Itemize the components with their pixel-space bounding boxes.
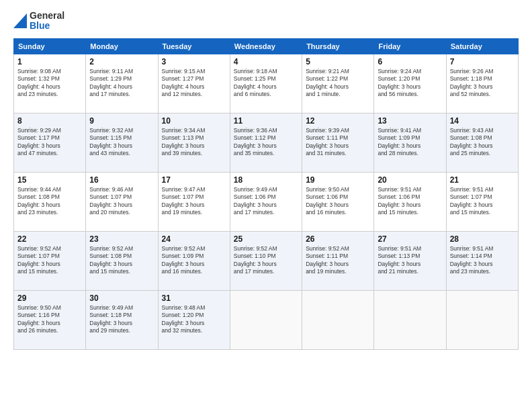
calendar-cell: 28Sunrise: 9:51 AMSunset: 1:14 PMDayligh…: [446, 231, 518, 290]
day-info: Sunrise: 9:18 AMSunset: 1:25 PMDaylight:…: [234, 68, 298, 99]
day-info: Sunrise: 9:51 AMSunset: 1:06 PMDaylight:…: [378, 186, 442, 217]
calendar-cell: 7Sunrise: 9:26 AMSunset: 1:18 PMDaylight…: [446, 54, 518, 113]
calendar-cell: 29Sunrise: 9:50 AMSunset: 1:16 PMDayligh…: [14, 290, 86, 349]
calendar-cell: 26Sunrise: 9:52 AMSunset: 1:11 PMDayligh…: [302, 231, 374, 290]
day-number: 6: [378, 57, 442, 66]
calendar-cell: 17Sunrise: 9:47 AMSunset: 1:07 PMDayligh…: [158, 172, 230, 231]
day-info: Sunrise: 9:49 AMSunset: 1:18 PMDaylight:…: [89, 304, 154, 335]
day-info: Sunrise: 9:32 AMSunset: 1:15 PMDaylight:…: [89, 127, 154, 158]
day-number: 11: [234, 116, 298, 126]
day-number: 1: [17, 57, 82, 66]
day-info: Sunrise: 9:26 AMSunset: 1:18 PMDaylight:…: [450, 68, 515, 99]
day-info: Sunrise: 9:49 AMSunset: 1:06 PMDaylight:…: [234, 186, 298, 217]
page: General Blue SundayMondayTuesdayWednesda…: [0, 0, 532, 411]
day-number: 16: [89, 175, 154, 185]
calendar-cell: 12Sunrise: 9:39 AMSunset: 1:11 PMDayligh…: [302, 113, 374, 172]
day-info: Sunrise: 9:52 AMSunset: 1:09 PMDaylight:…: [162, 245, 226, 276]
calendar-cell: 22Sunrise: 9:52 AMSunset: 1:07 PMDayligh…: [14, 231, 86, 290]
day-number: 15: [17, 175, 82, 185]
calendar-cell: 1Sunrise: 9:08 AMSunset: 1:32 PMDaylight…: [14, 54, 86, 113]
day-number: 27: [378, 234, 442, 244]
day-info: Sunrise: 9:46 AMSunset: 1:07 PMDaylight:…: [89, 186, 154, 217]
day-info: Sunrise: 9:52 AMSunset: 1:07 PMDaylight:…: [17, 245, 82, 276]
day-info: Sunrise: 9:44 AMSunset: 1:08 PMDaylight:…: [17, 186, 82, 217]
day-info: Sunrise: 9:52 AMSunset: 1:11 PMDaylight:…: [306, 245, 370, 276]
weekday-header-row: SundayMondayTuesdayWednesdayThursdayFrid…: [14, 38, 519, 54]
day-info: Sunrise: 9:51 AMSunset: 1:14 PMDaylight:…: [450, 245, 515, 276]
day-number: 2: [89, 57, 154, 66]
day-number: 12: [306, 116, 370, 126]
day-info: Sunrise: 9:08 AMSunset: 1:32 PMDaylight:…: [17, 68, 82, 99]
day-info: Sunrise: 9:52 AMSunset: 1:08 PMDaylight:…: [89, 245, 154, 276]
logo: General Blue: [13, 11, 64, 32]
svg-marker-0: [13, 13, 27, 28]
calendar-cell: 4Sunrise: 9:18 AMSunset: 1:25 PMDaylight…: [230, 54, 302, 113]
calendar-cell: [302, 290, 374, 349]
calendar: SundayMondayTuesdayWednesdayThursdayFrid…: [13, 38, 519, 350]
calendar-cell: 25Sunrise: 9:52 AMSunset: 1:10 PMDayligh…: [230, 231, 302, 290]
day-number: 25: [234, 234, 298, 244]
weekday-header-sunday: Sunday: [14, 38, 86, 54]
day-number: 18: [234, 175, 298, 185]
day-number: 13: [378, 116, 442, 126]
day-info: Sunrise: 9:34 AMSunset: 1:13 PMDaylight:…: [162, 127, 226, 158]
day-info: Sunrise: 9:36 AMSunset: 1:12 PMDaylight:…: [234, 127, 298, 158]
day-number: 22: [17, 234, 82, 244]
day-info: Sunrise: 9:21 AMSunset: 1:22 PMDaylight:…: [306, 68, 370, 99]
day-number: 23: [89, 234, 154, 244]
weekday-header-saturday: Saturday: [446, 38, 518, 54]
day-info: Sunrise: 9:29 AMSunset: 1:17 PMDaylight:…: [17, 127, 82, 158]
day-number: 9: [89, 116, 154, 126]
calendar-cell: 14Sunrise: 9:43 AMSunset: 1:08 PMDayligh…: [446, 113, 518, 172]
calendar-cell: 27Sunrise: 9:51 AMSunset: 1:13 PMDayligh…: [374, 231, 446, 290]
logo-general: General: [30, 11, 64, 21]
day-info: Sunrise: 9:24 AMSunset: 1:20 PMDaylight:…: [378, 68, 442, 99]
day-number: 29: [17, 293, 82, 303]
calendar-cell: 10Sunrise: 9:34 AMSunset: 1:13 PMDayligh…: [158, 113, 230, 172]
calendar-cell: [374, 290, 446, 349]
calendar-cell: [446, 290, 518, 349]
logo-blue: Blue: [30, 21, 64, 31]
calendar-cell: 11Sunrise: 9:36 AMSunset: 1:12 PMDayligh…: [230, 113, 302, 172]
calendar-cell: 3Sunrise: 9:15 AMSunset: 1:27 PMDaylight…: [158, 54, 230, 113]
day-info: Sunrise: 9:51 AMSunset: 1:07 PMDaylight:…: [450, 186, 515, 217]
day-number: 17: [162, 175, 226, 185]
calendar-cell: [230, 290, 302, 349]
week-row-5: 29Sunrise: 9:50 AMSunset: 1:16 PMDayligh…: [14, 290, 519, 349]
day-info: Sunrise: 9:43 AMSunset: 1:08 PMDaylight:…: [450, 127, 515, 158]
day-number: 28: [450, 234, 515, 244]
day-number: 4: [234, 57, 298, 66]
calendar-cell: 19Sunrise: 9:50 AMSunset: 1:06 PMDayligh…: [302, 172, 374, 231]
day-info: Sunrise: 9:50 AMSunset: 1:06 PMDaylight:…: [306, 186, 370, 217]
week-row-2: 8Sunrise: 9:29 AMSunset: 1:17 PMDaylight…: [14, 113, 519, 172]
weekday-header-thursday: Thursday: [302, 38, 374, 54]
week-row-3: 15Sunrise: 9:44 AMSunset: 1:08 PMDayligh…: [14, 172, 519, 231]
day-number: 26: [306, 234, 370, 244]
weekday-header-wednesday: Wednesday: [230, 38, 302, 54]
calendar-cell: 6Sunrise: 9:24 AMSunset: 1:20 PMDaylight…: [374, 54, 446, 113]
day-info: Sunrise: 9:48 AMSunset: 1:20 PMDaylight:…: [162, 304, 226, 335]
calendar-cell: 30Sunrise: 9:49 AMSunset: 1:18 PMDayligh…: [86, 290, 158, 349]
weekday-header-friday: Friday: [374, 38, 446, 54]
weekday-header-tuesday: Tuesday: [158, 38, 230, 54]
calendar-cell: 24Sunrise: 9:52 AMSunset: 1:09 PMDayligh…: [158, 231, 230, 290]
day-number: 8: [17, 116, 82, 126]
week-row-4: 22Sunrise: 9:52 AMSunset: 1:07 PMDayligh…: [14, 231, 519, 290]
calendar-cell: 21Sunrise: 9:51 AMSunset: 1:07 PMDayligh…: [446, 172, 518, 231]
day-info: Sunrise: 9:39 AMSunset: 1:11 PMDaylight:…: [306, 127, 370, 158]
calendar-cell: 18Sunrise: 9:49 AMSunset: 1:06 PMDayligh…: [230, 172, 302, 231]
day-number: 19: [306, 175, 370, 185]
day-number: 14: [450, 116, 515, 126]
day-number: 20: [378, 175, 442, 185]
day-number: 30: [89, 293, 154, 303]
calendar-cell: 9Sunrise: 9:32 AMSunset: 1:15 PMDaylight…: [86, 113, 158, 172]
day-info: Sunrise: 9:41 AMSunset: 1:09 PMDaylight:…: [378, 127, 442, 158]
day-number: 7: [450, 57, 515, 66]
calendar-cell: 13Sunrise: 9:41 AMSunset: 1:09 PMDayligh…: [374, 113, 446, 172]
calendar-cell: 8Sunrise: 9:29 AMSunset: 1:17 PMDaylight…: [14, 113, 86, 172]
day-number: 3: [162, 57, 226, 66]
calendar-cell: 5Sunrise: 9:21 AMSunset: 1:22 PMDaylight…: [302, 54, 374, 113]
day-number: 31: [162, 293, 226, 303]
week-row-1: 1Sunrise: 9:08 AMSunset: 1:32 PMDaylight…: [14, 54, 519, 113]
calendar-cell: 20Sunrise: 9:51 AMSunset: 1:06 PMDayligh…: [374, 172, 446, 231]
